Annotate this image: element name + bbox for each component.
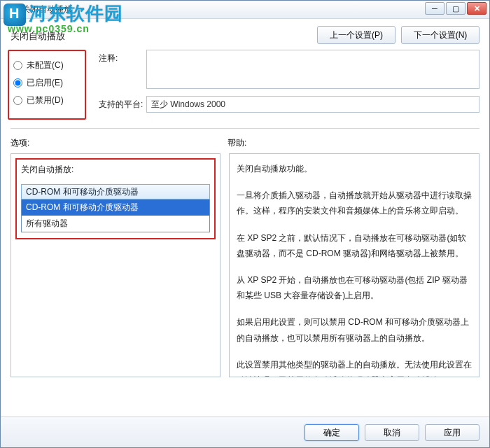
dropdown-item-all[interactable]: 所有驱动器 (22, 216, 209, 232)
content-area: 关闭自动播放 上一个设置(P) 下一个设置(N) 未配置(C) 已启用(E) 已… (1, 19, 489, 447)
radio-enabled-label: 已启用(E) (27, 77, 63, 89)
radio-disabled-label: 已禁用(D) (27, 94, 64, 106)
comment-label: 注释: (99, 50, 146, 64)
state-radio-group: 未配置(C) 已启用(E) 已禁用(D) (8, 50, 86, 120)
help-paragraph: 关闭自动播放功能。 (237, 161, 472, 176)
help-paragraph: 此设置禁用其他类型的驱动器上的自动播放。无法使用此设置在默认情况下已禁用的自动播… (237, 357, 472, 377)
options-panel: 关闭自动播放: CD-ROM 和可移动介质驱动器 CD-ROM 和可移动介质驱动… (10, 153, 220, 377)
prev-setting-button[interactable]: 上一个设置(P) (317, 26, 396, 44)
maximize-button[interactable]: ▢ (446, 2, 465, 15)
app-icon (6, 4, 18, 15)
comment-textarea[interactable] (146, 50, 479, 89)
cancel-button[interactable]: 取消 (365, 424, 419, 441)
help-paragraph: 从 XP SP2 开始，自动播放也在可移动驱动器(包括 ZIP 驱动器和某些 U… (237, 272, 472, 303)
dialog-window: 关闭自动播放 ─ ▢ ✕ 河东软件园 www.pc0359.cn 关闭自动播放 … (0, 0, 490, 448)
window-title: 关闭自动播放 (22, 4, 72, 15)
setting-title: 关闭自动播放 (10, 26, 317, 43)
radio-not-configured-input[interactable] (13, 61, 22, 70)
radio-not-configured[interactable]: 未配置(C) (12, 59, 82, 71)
help-paragraph: 一旦将介质插入驱动器，自动播放就开始从驱动器中进行读取操作。这样，程序的安装文件… (237, 188, 472, 218)
autoplay-combo[interactable]: CD-ROM 和可移动介质驱动器 CD-ROM 和可移动介质驱动器 所有驱动器 (21, 184, 210, 232)
close-icon: ✕ (474, 4, 480, 13)
options-label: 选项: (10, 137, 227, 149)
bottom-button-bar: 确定 取消 应用 (1, 416, 489, 447)
help-paragraph: 在 XP SP2 之前，默认情况下，自动播放在可移动驱动器(如软盘驱动器，而不是… (237, 230, 472, 261)
radio-disabled-input[interactable] (13, 96, 22, 105)
radio-not-configured-label: 未配置(C) (27, 59, 64, 71)
option-group-title: 关闭自动播放: (21, 164, 210, 176)
radio-enabled-input[interactable] (13, 78, 22, 88)
close-button[interactable]: ✕ (467, 2, 486, 15)
combo-selected-value[interactable]: CD-ROM 和可移动介质驱动器 (21, 184, 210, 200)
minimize-icon: ─ (432, 4, 438, 13)
options-highlight-group: 关闭自动播放: CD-ROM 和可移动介质驱动器 CD-ROM 和可移动介质驱动… (15, 158, 216, 239)
help-panel[interactable]: 关闭自动播放功能。 一旦将介质插入驱动器，自动播放就开始从驱动器中进行读取操作。… (229, 153, 479, 377)
svg-rect-1 (10, 8, 14, 12)
radio-enabled[interactable]: 已启用(E) (12, 77, 82, 89)
platform-value: 至少 Windows 2000 (146, 96, 479, 113)
ok-button[interactable]: 确定 (304, 424, 359, 441)
dropdown-item-cdrom[interactable]: CD-ROM 和可移动介质驱动器 (22, 200, 209, 216)
divider (10, 128, 479, 129)
radio-disabled[interactable]: 已禁用(D) (12, 94, 82, 106)
maximize-icon: ▢ (452, 4, 459, 13)
platform-label: 支持的平台: (99, 96, 146, 111)
help-label: 帮助: (227, 137, 246, 149)
help-paragraph: 如果启用此设置，则可以禁用 CD-ROM 和可移动介质驱动器上的自动播放，也可以… (237, 314, 472, 345)
next-setting-button[interactable]: 下一个设置(N) (401, 26, 479, 44)
minimize-button[interactable]: ─ (425, 2, 444, 15)
combo-dropdown: CD-ROM 和可移动介质驱动器 所有驱动器 (21, 200, 210, 232)
apply-button[interactable]: 应用 (425, 424, 479, 441)
titlebar[interactable]: 关闭自动播放 ─ ▢ ✕ (1, 1, 489, 19)
